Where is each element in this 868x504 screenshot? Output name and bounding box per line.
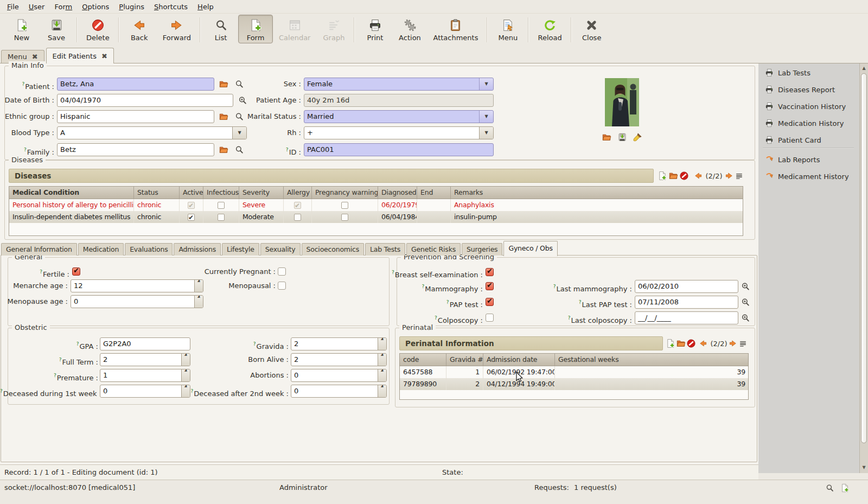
sidebar-item-diseases-report[interactable]: Diseases Report	[765, 84, 835, 95]
column-header[interactable]: Infectious	[203, 187, 239, 199]
menu-shortcuts[interactable]: Shortcuts	[149, 1, 193, 12]
toolbar-action-button[interactable]: Action	[392, 15, 427, 43]
close-tab-icon[interactable]	[32, 53, 38, 61]
tab-genetic-risks[interactable]: Genetic Risks	[406, 243, 461, 256]
cell-checkbox[interactable]	[180, 199, 203, 211]
clear-image-icon[interactable]	[633, 132, 642, 142]
spinner-buttons[interactable]	[378, 369, 386, 381]
breast-self-exam-checkbox[interactable]	[486, 268, 494, 276]
toolbar-save-button[interactable]: Save	[39, 15, 74, 43]
tab-lab-tests[interactable]: Lab Tests	[365, 243, 405, 256]
tab-surgeries[interactable]: Surgeries	[462, 243, 502, 256]
colposcopy-checkbox[interactable]	[486, 314, 494, 322]
new-record-icon[interactable]	[666, 339, 675, 348]
column-header[interactable]: Gestational weeks	[555, 354, 749, 366]
perinatal-row[interactable]: 79789890204/12/1994 19:49:0039	[400, 378, 748, 390]
menu-file[interactable]: File	[2, 1, 24, 12]
toolbar-reload-button[interactable]: Reload	[532, 15, 567, 43]
previous-icon[interactable]	[694, 171, 703, 180]
chevron-down-icon[interactable]	[479, 127, 493, 139]
spin-down-icon[interactable]	[381, 376, 384, 382]
id-field[interactable]: PAC001	[304, 143, 494, 156]
sidebar-item-medication-history[interactable]: Medication History	[765, 118, 844, 129]
spin-down-icon[interactable]	[381, 344, 384, 350]
sidebar-item-vaccination-history[interactable]: Vaccination History	[765, 101, 846, 112]
gpa-field[interactable]: G2P2A0	[100, 337, 190, 350]
toolbar-back-button[interactable]: Back	[122, 15, 157, 43]
spin-up-icon[interactable]	[381, 385, 384, 391]
switch-view-icon[interactable]	[738, 339, 748, 348]
cell-checkbox[interactable]	[284, 199, 312, 211]
menu-help[interactable]: Help	[193, 1, 219, 12]
pap-test-checkbox[interactable]	[486, 298, 494, 306]
column-header[interactable]: Admission date	[483, 354, 555, 366]
cell-checkbox[interactable]	[203, 199, 239, 211]
menu-user[interactable]: User	[24, 1, 50, 12]
rh-field[interactable]: +	[304, 126, 494, 139]
deceased_1st_week-field[interactable]: 0	[100, 385, 190, 398]
spinner-buttons[interactable]	[378, 354, 386, 366]
toolbar-list-button[interactable]: List	[203, 15, 238, 43]
vertical-scrollbar[interactable]	[859, 63, 868, 473]
cell-checkbox[interactable]	[284, 211, 312, 223]
toolbar-print-button[interactable]: Print	[358, 15, 392, 43]
sidebar-item-lab-reports[interactable]: Lab Reports	[765, 154, 820, 165]
checkbox-icon[interactable]	[294, 214, 301, 221]
tab-gyneco-obs[interactable]: Gyneco / Obs	[503, 241, 557, 256]
chevron-down-icon[interactable]	[479, 78, 493, 90]
tab-medication[interactable]: Medication	[78, 243, 124, 256]
checkbox-icon[interactable]	[218, 202, 225, 209]
toolbar-form-button[interactable]: Form	[238, 15, 273, 43]
premature-field[interactable]: 1	[100, 369, 190, 382]
search-icon[interactable]	[825, 483, 834, 493]
spin-down-icon[interactable]	[381, 360, 384, 366]
next-icon[interactable]	[725, 171, 733, 180]
save-image-icon[interactable]	[617, 132, 627, 142]
spinner-buttons[interactable]	[378, 338, 386, 350]
menu-form[interactable]: Form	[49, 1, 77, 12]
new-request-icon[interactable]	[840, 483, 850, 493]
cell-checkbox[interactable]	[203, 211, 239, 223]
tab-socioeconomics[interactable]: Socioeconomics	[302, 243, 365, 256]
spin-up-icon[interactable]	[197, 295, 200, 301]
window-tab-edit-patients[interactable]: Edit Patients	[46, 48, 114, 63]
checkbox-icon[interactable]	[218, 214, 225, 221]
cell-checkbox[interactable]	[180, 211, 203, 223]
column-header[interactable]: code	[400, 354, 446, 366]
fertile-checkbox[interactable]	[72, 267, 80, 276]
spin-down-icon[interactable]	[197, 302, 200, 308]
column-header[interactable]: Remarks	[451, 187, 743, 199]
born_alive-field[interactable]: 2	[291, 353, 387, 366]
delete-record-icon[interactable]	[679, 171, 689, 181]
cell-checkbox[interactable]	[312, 211, 378, 223]
spin-down-icon[interactable]	[381, 392, 384, 398]
last-mammography-field[interactable]: 06/02/2010	[635, 280, 738, 293]
search-plus-icon[interactable]	[741, 282, 750, 291]
tab-evaluations[interactable]: Evaluations	[125, 243, 173, 256]
last-colposcopy-field[interactable]: __/__/____	[635, 311, 738, 324]
column-header[interactable]: Diagnosed	[378, 187, 417, 199]
sidebar-item-medicament-history[interactable]: Medicament History	[765, 171, 849, 182]
checkbox-icon[interactable]	[341, 202, 348, 209]
scrollbar-thumb[interactable]	[861, 73, 867, 443]
marital-field[interactable]: Married	[304, 110, 494, 123]
column-header[interactable]: Medical Condition	[9, 187, 134, 199]
column-header[interactable]: Pregnancy warning	[312, 187, 378, 199]
menopause-age-field[interactable]: 0	[71, 295, 203, 308]
column-header[interactable]: Severity	[239, 187, 284, 199]
currently-pregnant-checkbox[interactable]	[278, 267, 286, 276]
toolbar-forward-button[interactable]: Forward	[157, 15, 197, 43]
abortions-field[interactable]: 0	[291, 369, 387, 382]
toolbar-delete-button[interactable]: Delete	[80, 15, 116, 43]
previous-icon[interactable]	[699, 339, 707, 348]
menopausal-checkbox[interactable]	[278, 282, 286, 290]
switch-view-icon[interactable]	[735, 171, 744, 181]
chevron-down-icon[interactable]	[479, 111, 493, 123]
disease-row[interactable]: Personal history of allergy to penicilli…	[9, 199, 743, 211]
disease-row[interactable]: Insulin-dependent diabetes mellituschron…	[9, 211, 743, 223]
sex-field[interactable]: Female	[304, 78, 494, 91]
search-plus-icon[interactable]	[741, 297, 750, 307]
search-plus-icon[interactable]	[741, 313, 750, 323]
age-field[interactable]: 40y 2m 16d	[304, 94, 494, 107]
scroll-up-icon[interactable]	[860, 66, 868, 71]
